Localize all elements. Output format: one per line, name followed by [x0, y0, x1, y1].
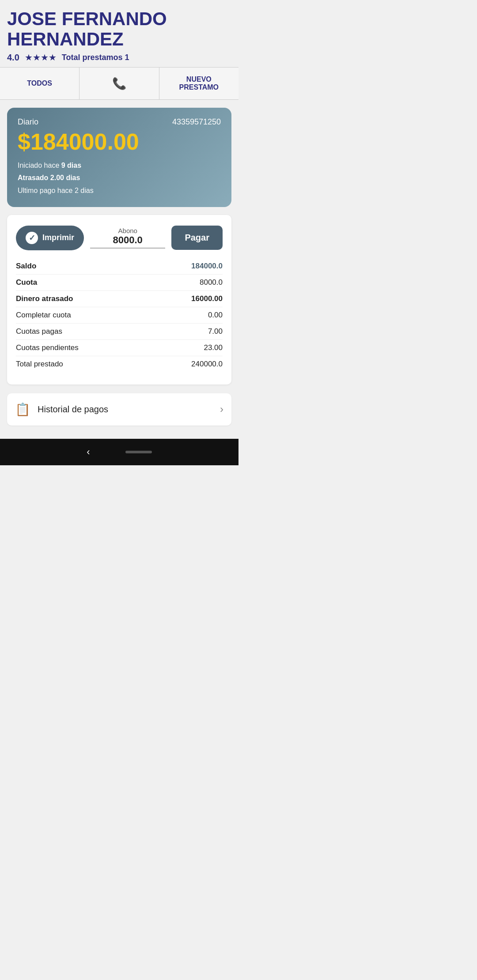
loan-card: Diario 43359571250 $184000.00 Iniciado h… [7, 108, 231, 207]
table-row: Total prestado 240000.0 [16, 356, 223, 372]
loan-type: Diario [18, 117, 38, 127]
total-prestamos: Total prestamos 1 [62, 53, 129, 62]
home-indicator[interactable] [125, 451, 152, 453]
detail-label-cuota: Cuota [16, 278, 37, 287]
tab-todos[interactable]: TODOS [0, 68, 80, 99]
detail-label-total-prestado: Total prestado [16, 360, 63, 369]
header-meta: 4.0 ★★★★ Total prestamos 1 [7, 52, 231, 63]
detail-value-cuotas-pendientes: 23.00 [204, 343, 223, 352]
loan-info: Iniciado hace 9 dias Atrasado 2.00 dias … [18, 159, 221, 197]
detail-label-cuotas-pagas: Cuotas pagas [16, 327, 62, 336]
tab-phone[interactable]: 📞 [80, 68, 159, 99]
detail-value-completar-cuota: 0.00 [208, 311, 223, 320]
abono-label: Abono [90, 227, 165, 234]
detail-label-completar-cuota: Completar cuota [16, 311, 71, 320]
stars-icon: ★★★★ [25, 52, 57, 63]
check-circle-icon: ✓ [26, 232, 38, 244]
table-row: Saldo 184000.0 [16, 258, 223, 275]
detail-label-dinero-atrasado: Dinero atrasado [16, 294, 73, 303]
table-row: Cuota 8000.0 [16, 275, 223, 291]
table-row: Cuotas pagas 7.00 [16, 324, 223, 340]
table-row: Dinero atrasado 16000.00 [16, 291, 223, 307]
chevron-right-icon: › [220, 403, 223, 415]
detail-value-saldo: 184000.0 [191, 262, 223, 271]
rating-value: 4.0 [7, 53, 19, 63]
tabs: TODOS 📞 NUEVO PRESTAMO [0, 67, 238, 100]
detail-value-cuota: 8000.0 [200, 278, 223, 287]
header: JOSE FERNANDO HERNANDEZ 4.0 ★★★★ Total p… [0, 0, 238, 67]
tab-nuevo-prestamo[interactable]: NUEVO PRESTAMO [159, 68, 238, 99]
historial-label: Historial de pagos [38, 404, 213, 415]
imprimir-button[interactable]: ✓ Imprimir [16, 226, 84, 250]
detail-value-dinero-atrasado: 16000.00 [191, 294, 223, 303]
payment-section: ✓ Imprimir Abono 8000.0 Pagar Saldo 1840… [7, 215, 231, 384]
loan-card-top: Diario 43359571250 [18, 117, 221, 127]
detail-value-cuotas-pagas: 7.00 [208, 327, 223, 336]
detail-label-saldo: Saldo [16, 262, 36, 271]
bottom-navigation-bar: ‹ [0, 439, 238, 465]
phone-icon: 📞 [112, 77, 126, 90]
historial-icon: 📋 [15, 402, 30, 417]
historial-section[interactable]: 📋 Historial de pagos › [7, 393, 231, 426]
pagar-button[interactable]: Pagar [171, 226, 223, 250]
client-name: JOSE FERNANDO HERNANDEZ [7, 9, 231, 49]
loan-amount: $184000.00 [18, 129, 221, 155]
abono-value[interactable]: 8000.0 [90, 234, 165, 249]
loan-phone: 43359571250 [172, 117, 221, 127]
detail-label-cuotas-pendientes: Cuotas pendientes [16, 343, 79, 352]
table-row: Cuotas pendientes 23.00 [16, 340, 223, 356]
back-button[interactable]: ‹ [87, 446, 90, 458]
detail-value-total-prestado: 240000.0 [191, 360, 223, 369]
abono-section: Abono 8000.0 [90, 227, 165, 249]
details-table: Saldo 184000.0 Cuota 8000.0 Dinero atras… [16, 258, 223, 372]
payment-row: ✓ Imprimir Abono 8000.0 Pagar [16, 226, 223, 250]
table-row: Completar cuota 0.00 [16, 307, 223, 324]
